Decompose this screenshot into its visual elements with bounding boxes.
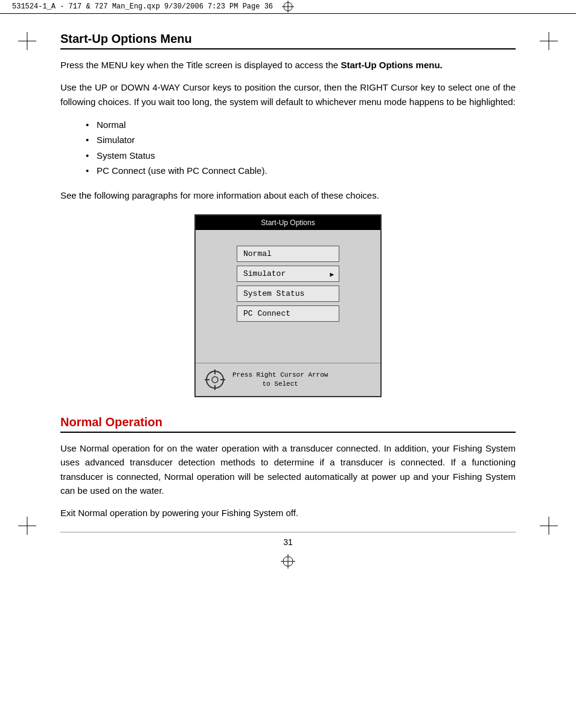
page-number: 31 [283,537,293,547]
pc-connect-button[interactable]: PC Connect [237,305,339,322]
section2-heading: Normal Operation [60,415,516,433]
screenshot-container: Start-Up Options Normal Simulator System… [60,214,516,397]
section1-para1-text: Press the MENU key when the Title screen… [60,60,341,70]
cursor-arrow-icon [205,369,225,390]
list-item: PC Connect (use with PC Connect Cable). [97,163,516,179]
device-screen: Start-Up Options Normal Simulator System… [194,214,382,397]
corner-mark-tr [540,32,558,50]
corner-mark-bl [18,517,36,535]
bullet-list: Normal Simulator System Status PC Connec… [97,117,516,179]
section1-para1: Press the MENU key when the Title screen… [60,58,516,72]
simulator-button[interactable]: Simulator [237,266,339,282]
corner-mark-br [540,517,558,535]
system-status-button[interactable]: System Status [237,286,339,302]
screen-footer: Press Right Cursor Arrow to Select [196,363,380,396]
section1-heading: Start-Up Options Menu [60,32,516,49]
list-item: System Status [97,148,516,164]
header-crosshair-icon [282,1,294,13]
page-content: Start-Up Options Menu Press the MENU key… [0,14,576,583]
footer-line1: Press Right Cursor Arrow [232,371,328,380]
header-text: 531524-1_A - 717 & 727 Man_Eng.qxp 9/30/… [12,2,273,11]
bottom-crosshair-icon [281,554,295,571]
svg-point-8 [212,377,218,383]
section2-para2: Exit Normal operation by powering your F… [60,506,516,520]
corner-mark-tl [18,32,36,50]
page-number-area: 31 [60,532,516,547]
header-bar: 531524-1_A - 717 & 727 Man_Eng.qxp 9/30/… [0,0,576,14]
list-item: Normal [97,117,516,133]
normal-button[interactable]: Normal [237,246,339,262]
screen-body: Normal Simulator System Status PC Connec… [196,230,380,363]
section1-para2: Use the UP or DOWN 4-WAY Cursor keys to … [60,80,516,109]
footer-line2: to Select [232,380,328,389]
list-item: Simulator [97,132,516,148]
screen-footer-text: Press Right Cursor Arrow to Select [232,371,328,389]
screen-title-bar: Start-Up Options [196,216,380,230]
section1-para3: See the following paragraphs for more in… [60,188,516,202]
section1-para1-bold: Start-Up Options menu. [341,60,442,70]
section2-para1: Use Normal operation for on the water op… [60,441,516,497]
